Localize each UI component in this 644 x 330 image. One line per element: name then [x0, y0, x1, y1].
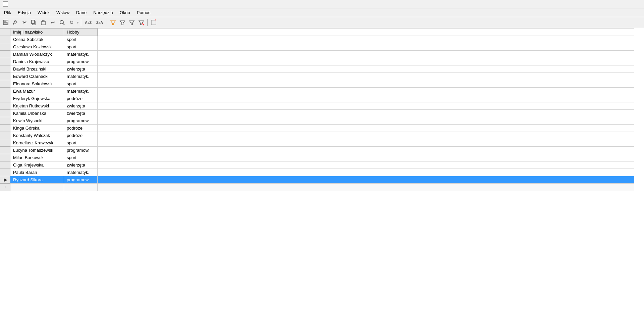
table-row[interactable]: Daniela Krajewskaprogramow.: [0, 58, 634, 65]
cell-hobby[interactable]: sport: [64, 80, 98, 88]
cell-hobby[interactable]: podróże: [64, 132, 98, 139]
find-button[interactable]: [58, 18, 66, 27]
add-row-hobby[interactable]: [64, 184, 98, 191]
remove-filter-button[interactable]: [137, 18, 146, 27]
cell-extra: [98, 147, 634, 154]
cell-hobby[interactable]: programow.: [64, 117, 98, 125]
table-row[interactable]: Paula Baranmatematyk.: [0, 169, 634, 176]
menu-item-narzędzia[interactable]: Narzędzia: [91, 9, 116, 16]
table-row[interactable]: Korneliusz Krawczyksport: [0, 139, 634, 147]
table-row[interactable]: Ewa Mazurmatematyk.: [0, 88, 634, 95]
menu-item-okno[interactable]: Okno: [117, 9, 133, 16]
cell-extra: [98, 154, 634, 161]
table-row[interactable]: Konstanty Walczakpodróże: [0, 132, 634, 139]
cell-name[interactable]: Kajetan Rutkowski: [10, 102, 64, 110]
autofilter-button[interactable]: [109, 18, 117, 27]
cell-hobby[interactable]: sport: [64, 43, 98, 51]
cell-hobby[interactable]: sport: [64, 154, 98, 161]
menu-item-dane[interactable]: Dane: [73, 9, 89, 16]
row-indicator: [0, 51, 10, 58]
table-row[interactable]: Celina Sobczaksport: [0, 36, 634, 43]
table-row[interactable]: ▶Ryszard Sikoraprogramow.: [0, 176, 634, 184]
menu-item-edycja[interactable]: Edycja: [15, 9, 34, 16]
cell-name[interactable]: Fryderyk Gajewska: [10, 95, 64, 102]
table-row[interactable]: Dawid Brzezińskizwierzęta: [0, 65, 634, 73]
cell-name[interactable]: Dawid Brzeziński: [10, 65, 64, 73]
cell-name[interactable]: Lucyna Tomaszewsk: [10, 147, 64, 154]
cell-hobby[interactable]: zwierzęta: [64, 65, 98, 73]
cell-hobby[interactable]: sport: [64, 139, 98, 147]
cut-button[interactable]: ✂: [20, 18, 29, 27]
col-header-extra: [98, 29, 634, 36]
cell-name[interactable]: Celina Sobczak: [10, 36, 64, 43]
cell-hobby[interactable]: podróże: [64, 125, 98, 132]
cell-hobby[interactable]: matematyk.: [64, 51, 98, 58]
table-row[interactable]: Lucyna Tomaszewskprogramow.: [0, 147, 634, 154]
cell-extra: [98, 176, 634, 184]
edit-button[interactable]: [11, 18, 19, 27]
cell-name[interactable]: Damian Włodarczyk: [10, 51, 64, 58]
table-row[interactable]: Kamila Urbańskazwierzęta: [0, 110, 634, 117]
cell-hobby[interactable]: zwierzęta: [64, 161, 98, 169]
copy-button[interactable]: [30, 18, 38, 27]
table-row[interactable]: Fryderyk Gajewskapodróże: [0, 95, 634, 102]
row-indicator: [0, 132, 10, 139]
table-row[interactable]: Czesława Kozłowskisport: [0, 43, 634, 51]
refresh-button[interactable]: [149, 18, 158, 27]
cell-name[interactable]: Kinga Górska: [10, 125, 64, 132]
advanced-filter-button[interactable]: [127, 18, 136, 27]
table-row[interactable]: Milan Borkowskisport: [0, 154, 634, 161]
col-header-name[interactable]: Imię i nazwisko: [10, 29, 64, 36]
cell-name[interactable]: Olga Krajewska: [10, 161, 64, 169]
cell-name[interactable]: Kewin Wysocki: [10, 117, 64, 125]
cell-name[interactable]: Ewa Mazur: [10, 88, 64, 95]
cell-name[interactable]: Czesława Kozłowski: [10, 43, 64, 51]
cell-name[interactable]: Paula Baran: [10, 169, 64, 176]
cell-hobby[interactable]: zwierzęta: [64, 102, 98, 110]
table-row[interactable]: Kajetan Rutkowskizwierzęta: [0, 102, 634, 110]
cell-hobby[interactable]: programow.: [64, 58, 98, 65]
cell-name[interactable]: Ryszard Sikora: [10, 176, 64, 184]
table-container[interactable]: Imię i nazwisko Hobby Celina Sobczakspor…: [0, 28, 644, 330]
menu-item-widok[interactable]: Widok: [35, 9, 52, 16]
redo-button[interactable]: ↻: [67, 18, 76, 27]
row-num-header: [0, 29, 10, 36]
add-row[interactable]: +: [0, 184, 634, 191]
menu-item-plik[interactable]: Plik: [1, 9, 14, 16]
cell-hobby[interactable]: matematyk.: [64, 73, 98, 80]
cell-hobby[interactable]: programow.: [64, 147, 98, 154]
cell-extra: [98, 95, 634, 102]
paste-button[interactable]: [39, 18, 48, 27]
cell-name[interactable]: Milan Borkowski: [10, 154, 64, 161]
menu-item-wstaw[interactable]: Wstaw: [54, 9, 72, 16]
cell-hobby[interactable]: programow.: [64, 176, 98, 184]
table-row[interactable]: Kinga Górskapodróże: [0, 125, 634, 132]
table-row[interactable]: Kewin Wysockiprogramow.: [0, 117, 634, 125]
menu-item-pomoc[interactable]: Pomoc: [134, 9, 153, 16]
svg-marker-14: [129, 21, 134, 25]
cell-name[interactable]: Kamila Urbańska: [10, 110, 64, 117]
add-row-name[interactable]: [10, 184, 64, 191]
cell-hobby[interactable]: matematyk.: [64, 88, 98, 95]
cell-hobby[interactable]: podróże: [64, 95, 98, 102]
sort-ascending-button[interactable]: A↓Z: [83, 18, 94, 27]
table-row[interactable]: Damian Włodarczykmatematyk.: [0, 51, 634, 58]
cell-extra: [98, 73, 634, 80]
cell-hobby[interactable]: matematyk.: [64, 169, 98, 176]
cell-name[interactable]: Daniela Krajewska: [10, 58, 64, 65]
col-header-hobby[interactable]: Hobby: [64, 29, 98, 36]
table-row[interactable]: Eleonora Sokołowsksport: [0, 80, 634, 88]
cell-name[interactable]: Eleonora Sokołowsk: [10, 80, 64, 88]
row-indicator: [0, 125, 10, 132]
sort-descending-button[interactable]: Z↑A: [94, 18, 105, 27]
cell-name[interactable]: Edward Czarnecki: [10, 73, 64, 80]
cell-name[interactable]: Korneliusz Krawczyk: [10, 139, 64, 147]
cell-hobby[interactable]: zwierzęta: [64, 110, 98, 117]
save-button[interactable]: [1, 18, 10, 27]
standard-filter-button[interactable]: [118, 18, 127, 27]
cell-name[interactable]: Konstanty Walczak: [10, 132, 64, 139]
cell-hobby[interactable]: sport: [64, 36, 98, 43]
table-row[interactable]: Olga Krajewskazwierzęta: [0, 161, 634, 169]
table-row[interactable]: Edward Czarneckimatematyk.: [0, 73, 634, 80]
undo-button[interactable]: ↩: [48, 18, 57, 27]
